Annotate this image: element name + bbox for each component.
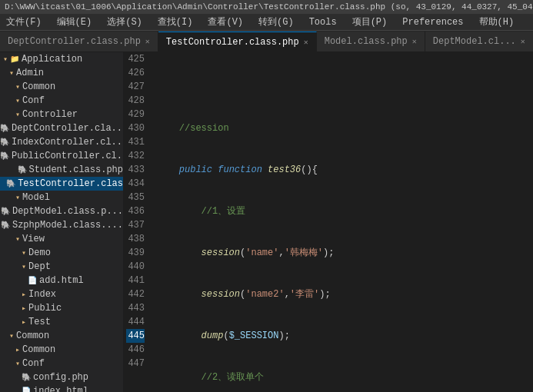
code-line-428: //1、设置 [157, 204, 527, 218]
chevron-down-icon: ▾ [15, 359, 20, 368]
sidebar-label: Test [28, 317, 51, 327]
tab-label: Model.class.php [325, 36, 408, 47]
sidebar-label: Common [22, 81, 55, 92]
menu-tools[interactable]: Tools [306, 17, 340, 28]
code-area: 425 426 427 428 429 430 431 432 433 434 … [123, 52, 533, 392]
sidebar-item-addhtml[interactable]: 📄 add.html [0, 274, 123, 287]
chevron-right-icon: ▸ [15, 345, 20, 354]
menu-find[interactable]: 查找(I) [155, 15, 196, 28]
chevron-down-icon: ▾ [9, 331, 14, 341]
sidebar-label: Demo [28, 247, 51, 258]
sidebar-label: View [22, 234, 45, 244]
tab-deptmodel[interactable]: DeptModel.cl... ✕ [425, 32, 533, 51]
file-icon: 🐘 [18, 165, 27, 174]
sidebar-item-controller[interactable]: ▾ Controller [0, 108, 123, 121]
chevron-down-icon: ▾ [22, 262, 26, 271]
close-icon[interactable]: ✕ [412, 37, 417, 46]
menu-help[interactable]: 帮助(H) [476, 15, 518, 28]
sidebar-label: TestController.clas [18, 178, 123, 189]
sidebar-item-test-folder[interactable]: ▸ Test [0, 315, 123, 329]
close-icon[interactable]: ✕ [521, 37, 525, 46]
chevron-right-icon: ▸ [22, 290, 26, 299]
sidebar-label: DeptModel.class.p... [12, 206, 123, 217]
menu-bar: 文件(F) 编辑(E) 选择(S) 查找(I) 查看(V) 转到(G) Tool… [0, 14, 533, 31]
line-numbers: 425 426 427 428 429 430 431 432 433 434 … [123, 52, 151, 392]
menu-file[interactable]: 文件(F) [3, 15, 45, 28]
sidebar-item-indexcontroller[interactable]: 🐘 IndexController.cl... [0, 135, 123, 149]
sidebar-label: Common [22, 344, 55, 355]
sidebar-item-view[interactable]: ▾ View [0, 232, 123, 246]
code-content: 425 426 427 428 429 430 431 432 433 434 … [123, 52, 533, 392]
sidebar-item-configphp[interactable]: 🐘 config.php [0, 370, 123, 384]
sidebar-label: index.html [33, 386, 88, 392]
sidebar-label: Admin [16, 68, 44, 78]
sidebar-item-deptcontroller[interactable]: 🐘 DeptController.cla... [0, 121, 123, 135]
sidebar-item-indexhtml-conf[interactable]: 📄 index.html [0, 384, 123, 392]
sidebar-label: Conf [22, 358, 45, 369]
sidebar-label: PublicController.cl... [12, 151, 123, 161]
sidebar-item-public-folder[interactable]: ▸ Public [0, 301, 123, 315]
sidebar-item-common1[interactable]: ▾ Common [0, 80, 123, 94]
chevron-down-icon: ▾ [15, 193, 20, 202]
sidebar-label: IndexController.cl... [12, 137, 123, 148]
menu-view[interactable]: 查看(V) [205, 15, 246, 28]
sidebar-item-demo[interactable]: ▾ Demo [0, 246, 123, 260]
tab-model[interactable]: Model.class.php ✕ [317, 32, 425, 51]
code-line-430: session('name2','李雷'); [157, 287, 527, 301]
code-line-426: //session [157, 121, 527, 135]
close-icon[interactable]: ✕ [145, 37, 150, 46]
sidebar-label: Public [28, 303, 62, 314]
sidebar-item-conf1[interactable]: ▾ Conf [0, 94, 123, 108]
sidebar-label: Student.class.php [29, 164, 123, 175]
sidebar-item-publiccontroller[interactable]: 🐘 PublicController.cl... [0, 149, 123, 163]
sidebar-item-admin[interactable]: ▾ Admin [0, 66, 123, 80]
code-line-427: public function test36(){ [157, 163, 527, 177]
code-line-431: dump($_SESSION); [157, 329, 527, 343]
sidebar-label: Conf [22, 95, 45, 106]
menu-goto[interactable]: 转到(G) [255, 15, 297, 28]
tabs-bar: DeptController.class.php ✕ TestControlle… [0, 31, 533, 52]
chevron-down-icon: ▾ [22, 248, 26, 257]
tab-label: DeptModel.cl... [433, 36, 516, 47]
file-icon: 🐘 [1, 207, 10, 216]
sidebar-label: Application [22, 54, 82, 65]
title-bar: D:\WWW\itcast\01_1006\Application\Admin\… [0, 0, 533, 14]
sidebar-item-application[interactable]: ▾ 📁 Application [0, 52, 123, 66]
file-icon: 🐘 [0, 124, 9, 133]
chevron-right-icon: ▸ [22, 304, 26, 313]
file-icon: 🐘 [0, 138, 9, 147]
sidebar-item-common2[interactable]: ▾ Common [0, 329, 123, 343]
title-text: D:\WWW\itcast\01_1006\Application\Admin\… [5, 2, 533, 12]
sidebar-label: SzphpModel.class.... [12, 220, 123, 231]
chevron-down-icon: ▾ [9, 68, 14, 78]
sidebar-label: config.php [33, 372, 88, 383]
sidebar-label: Common [16, 331, 49, 341]
close-icon[interactable]: ✕ [304, 38, 308, 47]
sidebar-label: Dept [28, 261, 51, 272]
sidebar-item-model[interactable]: ▾ Model [0, 191, 123, 204]
file-icon: 📄 [28, 276, 37, 285]
sidebar-label: Model [22, 192, 50, 203]
sidebar-item-common-sub[interactable]: ▸ Common [0, 343, 123, 357]
file-icon: 📄 [22, 387, 31, 392]
menu-preferences[interactable]: Preferences [399, 17, 466, 28]
menu-project[interactable]: 项目(P) [349, 15, 391, 28]
chevron-down-icon: ▾ [15, 82, 20, 91]
file-icon: 🐘 [1, 221, 10, 230]
sidebar-item-student[interactable]: 🐘 Student.class.php [0, 163, 123, 177]
sidebar-item-testcontroller[interactable]: 🐘 TestController.clas [0, 177, 123, 191]
sidebar-item-deptmodel[interactable]: 🐘 DeptModel.class.p... [0, 204, 123, 218]
code-line-429: session('name','韩梅梅'); [157, 246, 527, 260]
tab-testcontroller[interactable]: TestController.class.php ✕ [158, 32, 317, 51]
sidebar-item-dept[interactable]: ▾ Dept [0, 260, 123, 274]
tab-deptcontroller[interactable]: DeptController.class.php ✕ [0, 32, 158, 51]
sidebar-item-szphpmodel[interactable]: 🐘 SzphpModel.class.... [0, 218, 123, 232]
file-icon: 🐘 [0, 151, 9, 161]
code-line-432: //2、读取单个 [157, 370, 527, 384]
sidebar[interactable]: ▾ 📁 Application ▾ Admin ▾ Common ▾ Conf … [0, 52, 123, 392]
sidebar-item-index-folder[interactable]: ▸ Index [0, 287, 123, 301]
menu-edit[interactable]: 编辑(E) [54, 15, 95, 28]
sidebar-label: DeptController.cla... [12, 123, 123, 134]
menu-select[interactable]: 选择(S) [104, 15, 145, 28]
sidebar-item-conf2[interactable]: ▾ Conf [0, 357, 123, 370]
